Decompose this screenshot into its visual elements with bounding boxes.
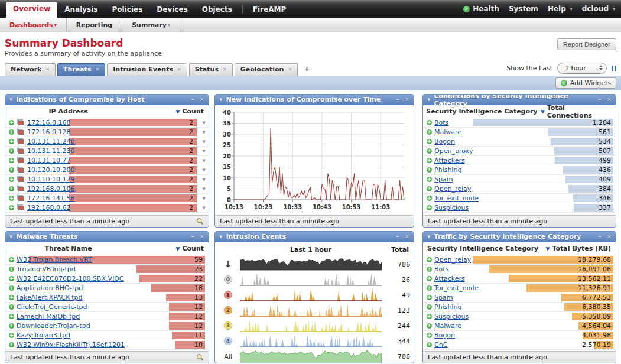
impact-level-badge[interactable]: 4	[224, 337, 232, 345]
dashboard-tab-status[interactable]: Status✕	[189, 63, 233, 76]
expand-row-icon[interactable]: +	[427, 342, 432, 347]
impact-level-badge[interactable]: 1	[224, 291, 232, 299]
row-options-icon[interactable]: ▼	[203, 130, 206, 135]
si-category-link[interactable]: Open_proxy	[434, 147, 473, 155]
close-widget-icon[interactable]: ✕	[200, 233, 204, 240]
close-tab-icon[interactable]: ✕	[223, 67, 227, 72]
dashboard-tab-intrusion-events[interactable]: Intrusion Events✕	[107, 63, 187, 76]
column-header-name[interactable]: Security Intelligence Category	[423, 245, 542, 252]
si-category-link[interactable]: Bogon	[434, 332, 455, 339]
expand-row-icon[interactable]: +	[427, 177, 432, 182]
expand-row-icon[interactable]: +	[427, 323, 432, 329]
minimize-widget-icon[interactable]: –	[599, 96, 602, 103]
user-menu[interactable]: dcloud▾	[582, 5, 615, 13]
minimize-widget-icon[interactable]: –	[191, 96, 194, 103]
threat-name-link[interactable]: Lamechi:MalOb-tpd	[17, 313, 80, 320]
row-options-icon[interactable]: ▼	[203, 196, 206, 201]
si-category-link[interactable]: Malware	[434, 128, 461, 136]
expand-row-icon[interactable]: +	[9, 266, 14, 272]
column-header-value[interactable]: ▼Count	[176, 245, 209, 252]
expand-row-icon[interactable]: +	[9, 196, 14, 201]
minimize-widget-icon[interactable]: –	[396, 233, 399, 240]
topnav-tab-devices[interactable]: Devices	[149, 2, 194, 18]
column-header-name[interactable]: Security Intelligence Category	[423, 108, 541, 115]
expand-row-icon[interactable]: +	[427, 205, 432, 210]
expand-row-icon[interactable]: +	[9, 148, 14, 154]
minimize-widget-icon[interactable]: –	[396, 96, 399, 103]
expand-row-icon[interactable]: +	[427, 129, 432, 135]
si-category-link[interactable]: Spam	[434, 294, 453, 301]
threat-name-link[interactable]: W32.E42EC076D2-100.SBX.VIOC	[17, 275, 124, 282]
column-header-value[interactable]: ▼Count	[176, 108, 209, 115]
expand-row-icon[interactable]: +	[427, 285, 432, 291]
expand-row-icon[interactable]: +	[427, 196, 432, 201]
si-category-link[interactable]: Suspicious	[434, 204, 469, 212]
si-category-link[interactable]: Bogon	[434, 138, 455, 145]
si-category-link[interactable]: Phishing	[434, 166, 461, 174]
minimize-widget-icon[interactable]: –	[599, 233, 602, 240]
dashboard-tab-threats[interactable]: Threats✕	[57, 63, 105, 76]
subnav-item-dashboards[interactable]: Dashboards▾	[0, 18, 67, 32]
collapse-widget-icon[interactable]: ▼	[427, 98, 430, 102]
si-category-link[interactable]: Phishing	[434, 303, 461, 311]
row-options-icon[interactable]: ▼	[203, 177, 206, 182]
topnav-tab-objects[interactable]: Objects	[195, 2, 239, 18]
topnav-tab-policies[interactable]: Policies	[105, 2, 150, 18]
expand-row-icon[interactable]: +	[427, 158, 432, 163]
expand-row-icon[interactable]: +	[9, 120, 14, 125]
expand-row-icon[interactable]: +	[9, 304, 14, 310]
expand-row-icon[interactable]: +	[9, 205, 14, 210]
expand-row-icon[interactable]: +	[9, 158, 14, 163]
expand-row-icon[interactable]: +	[427, 120, 432, 125]
threat-name-link[interactable]: W32.Trojan.Breach.VRT	[17, 256, 92, 264]
dashboard-tab-network[interactable]: Network✕	[5, 63, 56, 76]
expand-row-icon[interactable]: +	[427, 304, 432, 310]
ip-address-link[interactable]: 172.16.0.160	[27, 119, 70, 126]
close-tab-icon[interactable]: ✕	[96, 67, 100, 72]
si-category-link[interactable]: CnC	[434, 341, 447, 349]
search-icon[interactable]	[196, 353, 204, 361]
expand-row-icon[interactable]: +	[427, 314, 432, 319]
threat-name-link[interactable]: Kazy:Trojan3-tpd	[17, 332, 70, 339]
threat-name-link[interactable]: Application:BHO-tpd	[17, 284, 83, 292]
threat-name-link[interactable]: Trojano:VBTroj-tpd	[17, 265, 76, 273]
expand-row-icon[interactable]: +	[9, 129, 14, 135]
ip-address-link[interactable]: 10.131.11.240	[27, 138, 74, 145]
expand-row-icon[interactable]: +	[9, 276, 14, 281]
close-widget-icon[interactable]: ✕	[607, 233, 612, 240]
search-icon[interactable]	[196, 217, 204, 225]
row-options-icon[interactable]: ▼	[203, 121, 206, 125]
pause-button[interactable]	[612, 66, 616, 72]
expand-row-icon[interactable]: +	[427, 186, 432, 191]
impact-level-badge[interactable]: 0	[224, 275, 232, 284]
impact-level-badge[interactable]: 2	[224, 306, 232, 314]
collapse-widget-icon[interactable]: ▼	[219, 98, 222, 102]
ip-address-link[interactable]: 10.131.10.77	[27, 157, 70, 164]
expand-row-icon[interactable]: +	[9, 333, 14, 338]
threat-name-link[interactable]: Downloader:Trojan-tpd	[17, 322, 90, 330]
si-category-link[interactable]: Open_relay	[434, 256, 471, 264]
row-options-icon[interactable]: ▼	[203, 158, 206, 163]
collapse-widget-icon[interactable]: ▼	[219, 235, 222, 239]
row-options-icon[interactable]: ▼	[203, 187, 206, 191]
time-range-select[interactable]: 1 hour	[557, 63, 607, 74]
subnav-item-summary[interactable]: Summary▾	[122, 18, 180, 32]
column-header-value[interactable]: ▼Total Bytes (KB)	[546, 245, 616, 252]
column-header-name[interactable]: Threat Name	[5, 245, 131, 252]
expand-row-icon[interactable]: +	[9, 323, 14, 329]
expand-row-icon[interactable]: +	[427, 257, 432, 262]
si-category-link[interactable]: Bots	[434, 119, 448, 126]
expand-row-icon[interactable]: +	[427, 295, 432, 300]
expand-row-icon[interactable]: +	[427, 266, 432, 272]
expand-row-icon[interactable]: +	[9, 314, 14, 319]
si-category-link[interactable]: Attackers	[434, 275, 465, 282]
expand-row-icon[interactable]: +	[427, 167, 432, 173]
si-category-link[interactable]: Open_relay	[434, 185, 471, 193]
health-menu[interactable]: ✓ Health	[463, 5, 499, 13]
expand-row-icon[interactable]: +	[9, 342, 14, 347]
ip-address-link[interactable]: 10.110.10.129	[27, 176, 74, 183]
ip-address-link[interactable]: 10.131.11.230	[27, 147, 74, 155]
expand-row-icon[interactable]: +	[9, 186, 14, 191]
close-widget-icon[interactable]: ✕	[405, 233, 409, 240]
report-designer-button[interactable]: Report Designer	[557, 38, 616, 50]
